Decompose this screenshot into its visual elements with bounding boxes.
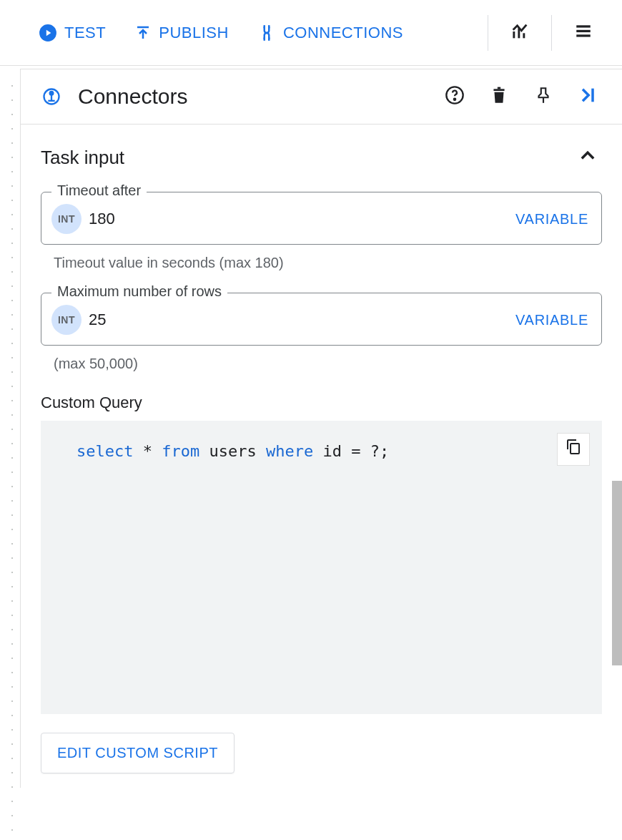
timeout-field[interactable]: Timeout after INT VARIABLE <box>41 192 602 245</box>
connections-button-label: CONNECTIONS <box>283 24 403 42</box>
test-button-label: TEST <box>64 24 106 42</box>
max-rows-legend: Maximum number of rows <box>51 283 227 300</box>
collapse-right-button[interactable] <box>573 82 602 111</box>
toolbar-divider <box>488 15 488 51</box>
copy-icon <box>565 438 582 461</box>
svg-rect-20 <box>498 87 500 89</box>
menu-icon <box>574 22 593 44</box>
analytics-button[interactable] <box>503 16 537 50</box>
timeout-helper: Timeout value in seconds (max 180) <box>54 255 599 271</box>
publish-button-label: PUBLISH <box>159 24 229 42</box>
panel-content: Task input Timeout after INT VARIABLE Ti… <box>21 124 622 788</box>
chevron-right-bar-icon <box>578 85 598 108</box>
canvas-rail <box>11 79 13 840</box>
pin-icon <box>534 86 553 107</box>
svg-point-18 <box>454 99 455 100</box>
sql-token: users <box>209 442 256 460</box>
pin-button[interactable] <box>529 82 558 111</box>
max-rows-input[interactable] <box>89 311 515 329</box>
svg-rect-23 <box>571 444 579 454</box>
timeout-variable-button[interactable]: VARIABLE <box>515 211 588 228</box>
toolbar-divider <box>551 15 552 51</box>
publish-button[interactable]: PUBLISH <box>122 16 242 49</box>
sql-keyword: where <box>266 442 313 460</box>
max-rows-helper: (max 50,000) <box>54 356 599 372</box>
svg-rect-12 <box>576 34 591 36</box>
svg-rect-11 <box>576 29 591 31</box>
chevron-up-icon <box>578 146 598 169</box>
copy-button[interactable] <box>558 434 589 465</box>
analytics-icon <box>510 21 530 44</box>
max-rows-field-block: Maximum number of rows INT VARIABLE (max… <box>41 293 602 372</box>
help-icon <box>445 85 465 108</box>
trash-icon <box>490 86 508 107</box>
svg-point-14 <box>50 92 54 95</box>
connections-button[interactable]: CONNECTIONS <box>245 16 416 49</box>
timeout-legend: Timeout after <box>51 182 147 199</box>
edit-custom-script-button[interactable]: EDIT CUSTOM SCRIPT <box>41 733 235 773</box>
timeout-field-block: Timeout after INT VARIABLE Timeout value… <box>41 192 602 271</box>
svg-rect-19 <box>493 89 504 91</box>
int-badge: INT <box>51 305 82 335</box>
connectors-node-icon <box>41 86 62 107</box>
menu-button[interactable] <box>566 16 601 50</box>
max-rows-variable-button[interactable]: VARIABLE <box>515 312 588 328</box>
test-button[interactable]: TEST <box>26 16 119 49</box>
sql-keyword: select <box>76 442 133 460</box>
sql-token: id <box>322 442 342 460</box>
upload-icon <box>134 24 152 41</box>
play-icon <box>39 24 57 42</box>
custom-query-label: Custom Query <box>41 394 602 412</box>
help-button[interactable] <box>440 82 469 111</box>
int-badge: INT <box>51 204 82 234</box>
connectors-panel: Connectors Task input <box>20 69 622 788</box>
max-rows-field[interactable]: Maximum number of rows INT VARIABLE <box>41 293 602 346</box>
connections-icon <box>257 24 276 42</box>
panel-title: Connectors <box>78 84 425 109</box>
sql-token: * <box>143 442 152 460</box>
custom-query-code-area[interactable]: select * from users where id = ?; <box>41 421 602 714</box>
sql-keyword: from <box>162 442 199 460</box>
svg-rect-10 <box>576 25 591 27</box>
sql-token: = ?; <box>342 442 389 460</box>
scrollbar-thumb[interactable] <box>612 481 622 665</box>
delete-button[interactable] <box>485 82 513 111</box>
task-input-section-header[interactable]: Task input <box>41 143 602 172</box>
timeout-input[interactable] <box>89 210 515 228</box>
collapse-section-button[interactable] <box>573 143 602 172</box>
task-input-title: Task input <box>41 147 124 169</box>
top-toolbar: TEST PUBLISH CONNECTIONS <box>0 0 622 66</box>
panel-header: Connectors <box>21 69 622 124</box>
